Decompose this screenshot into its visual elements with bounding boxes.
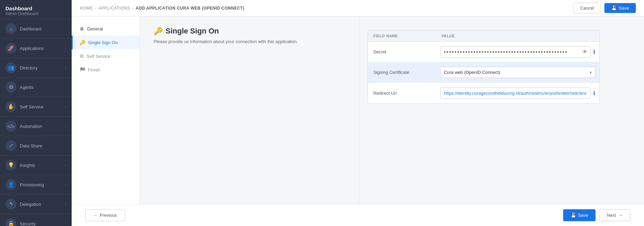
- flag-icon: 🏁: [80, 67, 85, 72]
- sidebar-item-provisioning[interactable]: 👤 Provisioning ‹: [0, 175, 72, 195]
- breadcrumb-sep: ›: [95, 6, 97, 11]
- automation-icon: </>: [5, 121, 16, 132]
- table-header: FIELD NAME VALUE: [368, 30, 599, 42]
- directory-icon: 👥: [5, 62, 16, 73]
- sidebar-header: Dashboard Admin Dashboard: [0, 0, 72, 19]
- col-header-field-name: FIELD NAME: [368, 30, 436, 41]
- table-section-wrapper: FIELD NAME VALUE Secret 👁 ℹ: [359, 16, 644, 204]
- save-icon: 💾: [611, 5, 617, 11]
- topbar-actions: Cancel 💾 Save: [573, 3, 636, 13]
- sidebar-item-security[interactable]: 🔒 Security ‹: [0, 214, 72, 226]
- secret-info-icon[interactable]: ℹ: [593, 49, 595, 55]
- table-row-signing-cert: Signing Certificate Cura web (OpenID Con…: [368, 62, 599, 83]
- monitor-icon: 🖥: [80, 26, 84, 31]
- inner-content: 🖥 General 🔑 Single Sign On ⚙ Self Servic…: [72, 16, 644, 204]
- step-general[interactable]: 🖥 General: [72, 22, 140, 36]
- insights-icon: 💡: [5, 160, 16, 171]
- breadcrumb-current: ADD APPLICATION CURA WEB (OPENID CONNECT…: [135, 6, 244, 11]
- sidebar-item-label: Automation: [20, 124, 42, 129]
- chevron-icon: ‹: [65, 202, 66, 206]
- self-service-icon: ✋: [5, 101, 16, 112]
- form-title: 🔑 Single Sign On: [154, 27, 345, 36]
- sidebar-item-label: Agents: [20, 85, 33, 90]
- arrow-left-icon: ←: [93, 213, 98, 218]
- form-area: 🔑 Single Sign On Please provide us infor…: [140, 16, 359, 204]
- col-header-value: VALUE: [436, 30, 599, 41]
- provisioning-icon: 👤: [5, 179, 16, 190]
- page-wrapper: HOME › APPLICATIONS › ADD APPLICATION CU…: [72, 0, 644, 226]
- secret-input[interactable]: [440, 46, 590, 58]
- key-icon: 🔑: [80, 40, 85, 45]
- field-value-secret: 👁 ℹ: [436, 43, 599, 61]
- sidebar-item-label: Directory: [20, 65, 38, 70]
- sidebar-item-label: Provisioning: [20, 182, 44, 187]
- sidebar-item-automation[interactable]: </> Automation ‹: [0, 117, 72, 136]
- data-share-icon: ⤢: [5, 140, 16, 151]
- sidebar-title: Dashboard: [5, 5, 66, 11]
- field-value-redirect-uri: ℹ: [436, 85, 599, 102]
- agents-icon: ⚙: [5, 82, 16, 93]
- sidebar-item-label: Security: [20, 221, 36, 226]
- table-row-secret: Secret 👁 ℹ: [368, 42, 599, 62]
- toggle-secret-button[interactable]: 👁: [582, 49, 588, 55]
- arrow-right-icon: →: [618, 213, 622, 218]
- topbar: HOME › APPLICATIONS › ADD APPLICATION CU…: [72, 0, 644, 16]
- step-finish[interactable]: 🏁 Finish: [72, 63, 140, 77]
- sidebar-item-self-service[interactable]: ✋ Self Service ‹: [0, 97, 72, 117]
- step-sso-label: Single Sign On: [88, 40, 118, 45]
- step-self-service-label: Self Service: [87, 54, 110, 59]
- sidebar-item-delegation[interactable]: ↰ Delegation ‹: [0, 195, 72, 214]
- sidebar-item-label: Delegation: [20, 202, 41, 207]
- cancel-button[interactable]: Cancel: [573, 3, 601, 13]
- redirect-uri-info-icon[interactable]: ℹ: [593, 90, 595, 96]
- step-self-service[interactable]: ⚙ Self Service: [72, 49, 140, 63]
- save-button-bottom[interactable]: 💾 Save: [563, 209, 596, 221]
- signing-cert-select[interactable]: Cura web (OpenID Connect): [440, 67, 595, 78]
- breadcrumb-sep: ›: [132, 6, 134, 11]
- sidebar-subtitle: Admin Dashboard: [5, 11, 66, 16]
- next-button[interactable]: Next →: [599, 209, 630, 221]
- sidebar-item-agents[interactable]: ⚙ Agents: [0, 78, 72, 97]
- table-row-redirect-uri: Redirect Uri ℹ: [368, 83, 599, 103]
- previous-button[interactable]: ← Previous: [85, 209, 125, 221]
- bottom-bar: ← Previous 💾 Save Next →: [72, 204, 644, 226]
- step-single-sign-on[interactable]: 🔑 Single Sign On: [72, 36, 140, 49]
- chevron-icon: ‹: [65, 66, 66, 70]
- field-label-redirect-uri: Redirect Uri: [368, 87, 436, 100]
- sidebar-item-label: Insights: [20, 163, 35, 168]
- step-general-label: General: [87, 26, 103, 31]
- chevron-icon: ‹: [65, 46, 66, 50]
- step-finish-label: Finish: [88, 67, 100, 72]
- form-table: FIELD NAME VALUE Secret 👁 ℹ: [368, 30, 600, 104]
- chevron-icon: ‹: [65, 105, 66, 109]
- breadcrumb: HOME › APPLICATIONS › ADD APPLICATION CU…: [80, 6, 244, 11]
- field-label-secret: Secret: [368, 45, 436, 58]
- breadcrumb-applications[interactable]: APPLICATIONS: [99, 6, 130, 11]
- security-icon: 🔒: [5, 218, 16, 226]
- field-value-signing-cert: Cura web (OpenID Connect) ▾: [436, 64, 599, 81]
- sidebar-item-label: Dashboard: [20, 26, 42, 31]
- sidebar-item-data-share[interactable]: ⤢ Data Share: [0, 136, 72, 156]
- chevron-icon: ‹: [65, 163, 66, 167]
- sidebar-item-label: Data Share: [20, 143, 42, 148]
- save-button-top[interactable]: 💾 Save: [604, 3, 636, 13]
- sidebar-item-directory[interactable]: 👥 Directory ‹: [0, 58, 72, 78]
- delegation-icon: ↰: [5, 199, 16, 210]
- form-subtitle: Please provide us information about your…: [154, 39, 345, 44]
- bottom-right-actions: 💾 Save Next →: [563, 209, 630, 221]
- rocket-icon: 🚀: [5, 43, 16, 54]
- main-content-area: 🔑 Single Sign On Please provide us infor…: [140, 16, 644, 204]
- redirect-uri-input[interactable]: [440, 88, 590, 99]
- field-label-signing-cert: Signing Certificate: [368, 66, 436, 79]
- sidebar-item-label: Self Service: [20, 104, 43, 109]
- steps-panel: 🖥 General 🔑 Single Sign On ⚙ Self Servic…: [72, 16, 140, 204]
- breadcrumb-home[interactable]: HOME: [80, 6, 93, 11]
- sidebar-item-applications[interactable]: 🚀 Applications ‹: [0, 39, 72, 58]
- chevron-icon: ‹: [65, 124, 66, 128]
- save-icon-bottom: 💾: [571, 213, 576, 218]
- sidebar-item-dashboard[interactable]: ⌂ Dashboard: [0, 19, 72, 39]
- sidebar-item-label: Applications: [20, 46, 44, 51]
- sidebar-item-insights[interactable]: 💡 Insights ‹: [0, 156, 72, 175]
- cog-icon: ⚙: [80, 53, 84, 59]
- chevron-icon: ‹: [65, 222, 66, 226]
